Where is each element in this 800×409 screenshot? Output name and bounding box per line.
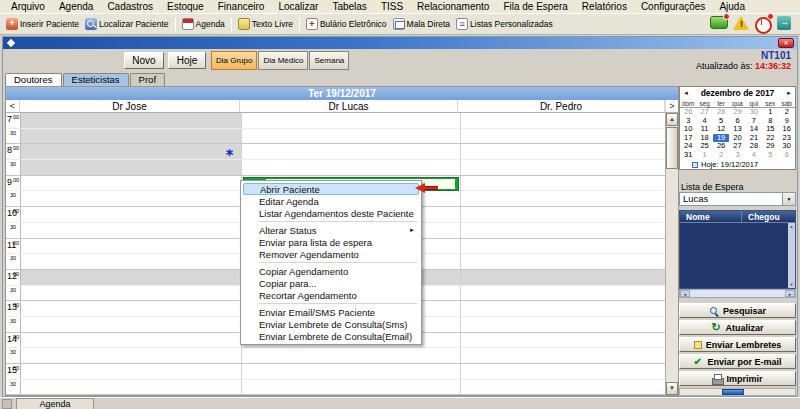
sidebar-button-pesquisar[interactable]: Pesquisar (679, 303, 796, 318)
menu-relacionamento[interactable]: Relacionamento (410, 0, 496, 13)
menuitem-enviar-lembrete-de-consulta-email[interactable]: Enviar Lembrete de Consulta(Email) (243, 330, 419, 342)
column-dr-jose[interactable]: Dr Jose (20, 100, 240, 112)
waitlist-scrollbar[interactable]: ▲ ▼ (788, 223, 795, 288)
slot-10h30-col1[interactable] (21, 223, 242, 238)
waitlist-scroll-up-icon[interactable]: ▲ (790, 224, 794, 229)
sidebar-slider[interactable] (679, 388, 796, 396)
sidebar-button-imprimir[interactable]: Imprimir (679, 371, 796, 386)
novo-button[interactable]: Novo (124, 52, 164, 69)
toggle-dia-grupo[interactable]: Dia Grupo (211, 51, 257, 70)
slot-14h30-col1[interactable] (21, 348, 242, 363)
slot-13h00-col1[interactable] (21, 301, 242, 316)
hscroll-track[interactable] (690, 290, 785, 297)
hscroll-right-icon[interactable]: ► (785, 290, 795, 297)
sidebar-button-enviar-lembretes[interactable]: Enviar Lembretes (679, 337, 796, 352)
window-titlebar[interactable]: ✕ (3, 37, 797, 49)
slot-15h30-col2[interactable] (242, 380, 461, 395)
next-day-icon[interactable]: > (665, 100, 678, 112)
slot-7h00-col1[interactable] (21, 113, 242, 128)
slot-8h00-col1[interactable] (21, 144, 242, 159)
menu-localizar[interactable]: Localizar (271, 0, 325, 13)
slot-8h00-col2[interactable] (242, 144, 461, 159)
slot-15h00-col1[interactable] (21, 364, 242, 379)
scroll-down-icon[interactable]: ▼ (666, 382, 678, 395)
calendar-day-3[interactable]: 3 (729, 151, 745, 160)
prev-day-icon[interactable]: < (6, 100, 20, 112)
menu-configuracoes[interactable]: Configurações (634, 0, 712, 13)
calendar-day-4[interactable]: 4 (746, 151, 762, 160)
slot-10h30-col3[interactable] (461, 223, 665, 238)
toggle-semana[interactable]: Semana (309, 51, 349, 70)
scroll-thumb[interactable] (666, 127, 678, 169)
column-dr-pedro[interactable]: Dr. Pedro (458, 100, 665, 112)
slot-9h30-col3[interactable] (461, 191, 665, 206)
toolbar-listas-personalizadas[interactable]: Listas Personalizadas (453, 15, 556, 33)
scroll-up-icon[interactable]: ▲ (666, 113, 678, 126)
slot-12h30-col3[interactable] (461, 286, 665, 301)
hoje-button[interactable]: Hoje (168, 52, 206, 69)
menu-fila-de-espera[interactable]: Fila de Espera (496, 0, 574, 13)
vertical-scrollbar[interactable]: ▲ ▼ (665, 113, 678, 395)
menu-agenda[interactable]: Agenda (52, 0, 100, 13)
slot-10h00-col3[interactable] (461, 207, 665, 222)
warning-icon[interactable] (732, 15, 750, 32)
toolbar-agenda[interactable]: Agenda (179, 15, 228, 33)
hscroll-left-icon[interactable]: ◄ (680, 290, 690, 297)
alarm-icon[interactable] (754, 15, 772, 32)
menuitem-copiar-agendamento[interactable]: Copiar Agendamento (243, 265, 419, 277)
slot-9h30-col1[interactable] (21, 191, 242, 206)
slot-12h00-col1[interactable] (21, 270, 242, 285)
slot-11h30-col1[interactable] (21, 254, 242, 269)
slider-thumb[interactable] (722, 389, 744, 395)
calendar-day-6[interactable]: 6 (779, 151, 795, 160)
slot-11h30-col3[interactable] (461, 254, 665, 269)
toolbar-localizar-paciente[interactable]: Localizar Paciente (82, 15, 171, 33)
dropdown-icon[interactable]: ▼ (782, 193, 795, 205)
slot-14h00-col3[interactable] (461, 333, 665, 348)
waitlist-doctor-select[interactable]: Lucas ▼ (679, 192, 796, 206)
slot-9h00-col1[interactable] (21, 176, 242, 191)
slot-11h00-col3[interactable] (461, 239, 665, 254)
waitlist-hscroll[interactable]: ◄ ► (679, 289, 796, 298)
menuitem-copiar-para[interactable]: Copiar para... (243, 277, 419, 289)
menuitem-listar-agendamentos-deste-paciente[interactable]: Listar Agendamentos deste Paciente (243, 207, 419, 219)
toolbar-texto-livre[interactable]: Texto Livre (235, 15, 296, 33)
slot-8h30-col1[interactable] (21, 160, 242, 175)
calendar-day-31[interactable]: 31 (680, 151, 696, 160)
menuitem-enviar-para-lista-de-espera[interactable]: Enviar para lista de espera (243, 236, 419, 248)
waitlist-scroll-down-icon[interactable]: ▼ (790, 282, 794, 287)
menu-relatorios[interactable]: Relatórios (575, 0, 634, 13)
slot-15h30-col1[interactable] (21, 380, 242, 395)
menuitem-enviar-email-sms-paciente[interactable]: Enviar Email/SMS Paciente (243, 306, 419, 318)
tab-prof[interactable]: Prof (130, 73, 165, 86)
slot-7h30-col3[interactable] (461, 129, 665, 144)
slot-14h00-col1[interactable] (21, 333, 242, 348)
chat-notification-icon[interactable] (710, 15, 728, 32)
slot-12h30-col1[interactable] (21, 286, 242, 301)
menuitem-editar-agenda[interactable]: Editar Agenda (243, 195, 419, 207)
slot-7h00-col3[interactable] (461, 113, 665, 128)
calendar-today[interactable]: Hoje: 19/12/2017 (680, 159, 795, 170)
waitlist-col-nome[interactable]: Nome (680, 211, 742, 222)
slot-8h30-col2[interactable] (242, 160, 461, 175)
slot-8h30-col3[interactable] (461, 160, 665, 175)
tab-esteticistas[interactable]: Esteticistas (63, 73, 129, 86)
menu-cadastros[interactable]: Cadastros (100, 0, 160, 13)
sidebar-button-atualizar[interactable]: Atualizar (679, 320, 796, 335)
slot-8h00-col3[interactable] (461, 144, 665, 159)
slot-7h00-col2[interactable] (242, 113, 461, 128)
menu-estoque[interactable]: Estoque (160, 0, 211, 13)
calendar-next-icon[interactable]: ► (783, 90, 795, 96)
menu-ajuda[interactable]: Ajuda (712, 0, 752, 13)
menu-financeiro[interactable]: Financeiro (211, 0, 272, 13)
calendar-prev-icon[interactable]: ◄ (680, 90, 692, 96)
toolbar-mala-direta[interactable]: Mala Direta (390, 15, 453, 33)
menuitem-remover-agendamento[interactable]: Remover Agendamento (243, 248, 419, 260)
menuitem-recortar-agendamento[interactable]: Recortar Agendamento (243, 289, 419, 301)
calendar-day-1[interactable]: 1 (696, 151, 712, 160)
exit-icon[interactable] (776, 15, 794, 32)
sidebar-button-enviar-por-e-mail[interactable]: Enviar por E-mail (679, 354, 796, 369)
slot-13h30-col1[interactable] (21, 317, 242, 332)
toolbar-bulario-eletronico[interactable]: Bulário Eletrônico (303, 15, 390, 33)
slot-9h00-col3[interactable] (461, 176, 665, 191)
